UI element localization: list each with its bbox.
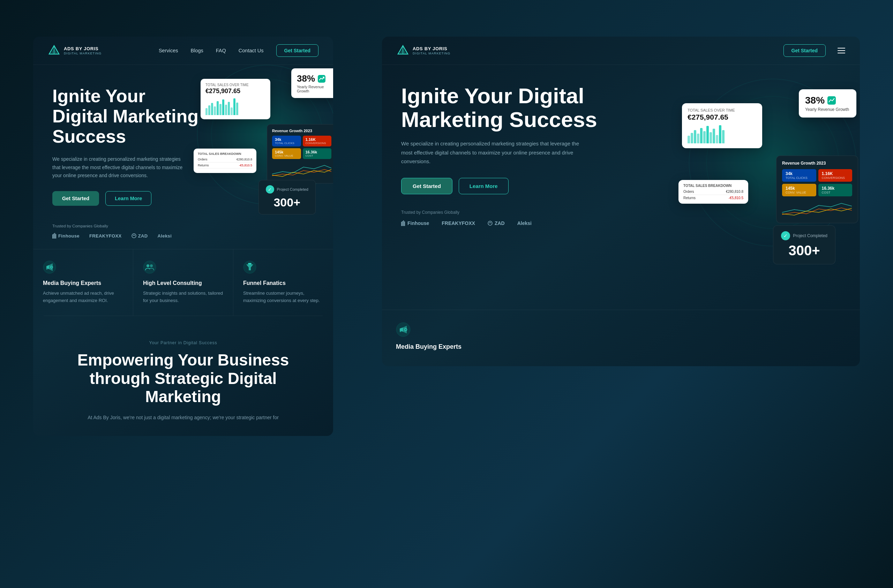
hero-get-started-button[interactable]: Get Started — [52, 191, 99, 206]
logo: ADS BY JORIS DIGITAL MARKETING — [48, 44, 102, 57]
left-panel: ADS BY JORIS DIGITAL MARKETING Services … — [33, 37, 333, 436]
right-feature-title: Media Buying Experts — [396, 343, 473, 350]
svg-rect-5 — [54, 233, 55, 239]
revenue-card: 38% Yearly Revenue Growth — [291, 68, 333, 98]
svg-rect-20 — [402, 221, 403, 226]
partner-section: Your Partner in Digital Success Empoweri… — [33, 316, 333, 436]
revenue-label: Yearly Revenue Growth — [297, 85, 333, 93]
project-completed-card: ✓ Project Completed 300+ — [259, 180, 316, 215]
right-panel: ADS BY JORIS DIGITAL MARKETING Get Start… — [382, 37, 860, 366]
feature-title-1: High Level Consulting — [143, 280, 223, 286]
logo-subtitle: DIGITAL MARKETING — [64, 52, 102, 55]
feature-title-0: Media Buying Experts — [43, 280, 123, 286]
right-trusted-label: Trusted by Companies Globally — [401, 210, 645, 215]
right-hero-title: Ignite Your Digital Marketing Success — [401, 84, 610, 131]
right-stat-value: 145k CONV. VALUE — [782, 184, 816, 196]
zad-icon — [488, 221, 493, 226]
sales-chart-bars — [206, 98, 265, 115]
revenue-pct: 38% — [297, 73, 315, 84]
feature-desc-0: Achieve unmatched ad reach, drive engage… — [43, 290, 123, 304]
svg-rect-6 — [56, 234, 56, 239]
hero-buttons: Get Started Learn More — [52, 191, 213, 206]
stat-conversions: 1.16K CONVERSIONS — [303, 136, 332, 146]
right-hero-buttons: Get Started Learn More — [401, 178, 645, 194]
right-growth-card: Revenue Growth 2023 34k TOTAL CLICKS 1.1… — [776, 156, 858, 223]
right-hero-section: Ignite Your Digital Marketing Success We… — [382, 65, 860, 226]
right-nav-get-started-button[interactable]: Get Started — [783, 44, 826, 57]
right-check-icon: ✓ — [781, 231, 790, 240]
feature-media-buying: Media Buying Experts Achieve unmatched a… — [33, 250, 133, 316]
project-count: 300+ — [266, 195, 309, 209]
right-logo: ADS BY JORIS DIGITAL MARKETING — [397, 44, 450, 57]
trend-up-icon — [318, 75, 325, 83]
right-hero-description: We specialize in creating personalized m… — [401, 139, 583, 166]
stat-cost: 16.36k COST — [303, 148, 332, 159]
hero-content: Ignite Your Digital Marketing Success We… — [52, 86, 213, 239]
svg-rect-21 — [403, 220, 404, 226]
funnel-icon — [243, 260, 256, 274]
right-hero-get-started-button[interactable]: Get Started — [401, 178, 453, 194]
feature-title-2: Funnel Fanatics — [243, 280, 323, 286]
right-logo-subtitle: DIGITAL MARKETING — [413, 52, 450, 55]
right-trend-icon — [827, 96, 836, 105]
hero-learn-more-button[interactable]: Learn More — [105, 191, 151, 206]
right-hero-content: Ignite Your Digital Marketing Success We… — [401, 84, 645, 226]
trusted-label: Trusted by Companies Globally — [52, 224, 213, 228]
features-section: Media Buying Experts Achieve unmatched a… — [33, 249, 333, 316]
svg-rect-22 — [404, 221, 405, 226]
partner-finhouse: Finhouse — [52, 233, 80, 239]
stat-clicks: 34k TOTAL CLICKS — [272, 136, 301, 146]
feature-consulting: High Level Consulting Strategic insights… — [133, 250, 233, 316]
partner-freakyfoxx: FREAKYFOXX — [89, 233, 122, 239]
right-stats-grid: 34k TOTAL CLICKS 1.16K CONVERSIONS 145k … — [782, 169, 852, 196]
svg-point-23 — [488, 221, 492, 225]
people-icon — [143, 260, 156, 274]
revenue-growth-title: Revenue Growth 2023 — [272, 129, 331, 133]
right-revenue-card: 38% Yearly Revenue Growth — [799, 89, 856, 117]
stats-grid: 34k TOTAL CLICKS 1.16K CONVERSIONS 145k … — [272, 136, 331, 159]
feature-desc-2: Streamline customer journeys, maximizing… — [243, 290, 323, 304]
right-dashboard-visual: 38% Yearly Revenue Growth TOTAL SALES OV… — [668, 72, 860, 253]
nav-services[interactable]: Services — [159, 48, 178, 53]
revenue-growth-card: Revenue Growth 2023 34k TOTAL CLICKS 1.1… — [267, 124, 333, 183]
check-icon: ✓ — [266, 185, 274, 194]
right-partners-list: Finhouse FREAKYFOXX ZAD Aleksi — [401, 220, 645, 226]
svg-rect-4 — [53, 234, 54, 239]
sales-label: TOTAL SALES OVER TIME — [206, 83, 265, 87]
right-hero-learn-more-button[interactable]: Learn More — [459, 178, 508, 194]
partner-aleksi: Aleksi — [158, 233, 172, 239]
megaphone-icon — [43, 260, 56, 274]
right-partner-aleksi: Aleksi — [517, 220, 532, 226]
right-stat-cost: 16.36k COST — [818, 184, 852, 196]
hero-description: We specialize in creating personalized m… — [52, 155, 185, 180]
hero-title: Ignite Your Digital Marketing Success — [52, 86, 199, 147]
right-logo-icon — [397, 44, 409, 57]
right-stat-conversions: 1.16K CONVERSIONS — [818, 169, 852, 182]
feature-desc-1: Strategic insights and solutions, tailor… — [143, 290, 223, 304]
svg-rect-15 — [248, 263, 251, 264]
svg-point-11 — [143, 261, 156, 274]
right-feature-media: Media Buying Experts — [382, 310, 487, 366]
right-table-card: TOTAL SALES BREAKDOWN Orders€280,810.8 R… — [678, 180, 748, 204]
right-chart-bars — [687, 124, 756, 143]
sales-value: €275,907.65 — [206, 87, 265, 95]
stat-value: 145k CONV. VALUE — [272, 148, 301, 159]
logo-name: ADS BY JORIS — [64, 46, 102, 52]
section-label: Your Partner in Digital Success — [52, 340, 314, 345]
svg-point-7 — [132, 234, 136, 238]
right-partner-freakyfoxx: FREAKYFOXX — [442, 220, 475, 226]
svg-point-13 — [150, 264, 153, 267]
svg-rect-3 — [52, 235, 53, 239]
right-nav: ADS BY JORIS DIGITAL MARKETING Get Start… — [382, 37, 860, 65]
right-features-section: Media Buying Experts — [382, 310, 860, 366]
section-title: Empowering Your Business through Strateg… — [61, 351, 305, 406]
right-logo-name: ADS BY JORIS — [413, 46, 450, 52]
hamburger-menu[interactable] — [837, 48, 845, 53]
hero-section: Ignite Your Digital Marketing Success We… — [33, 65, 333, 239]
feature-funnel: Funnel Fanatics Streamline customer jour… — [233, 250, 333, 316]
right-partner-zad: ZAD — [488, 220, 505, 226]
line-chart — [272, 162, 331, 177]
right-line-chart — [782, 199, 852, 217]
finhouse-icon — [401, 220, 405, 226]
section-desc: At Ads By Joris, we're not just a digita… — [70, 414, 296, 422]
